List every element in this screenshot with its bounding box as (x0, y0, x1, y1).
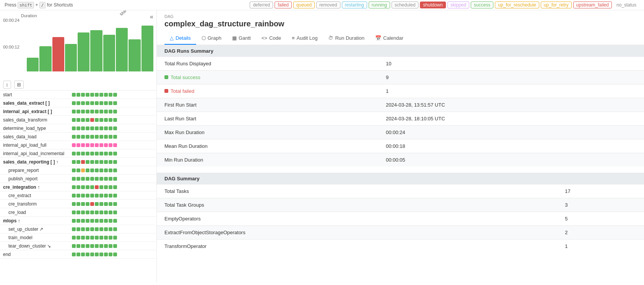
tab-details[interactable]: △Details (164, 32, 196, 45)
task-row[interactable]: cre_load (0, 208, 156, 217)
task-row[interactable]: cre_integration ↑ (0, 183, 156, 191)
task-name: sales_data_extract [ ] (3, 100, 72, 106)
task-dot (76, 185, 80, 189)
row-label: Min Run Duration (157, 153, 378, 167)
task-dot (90, 118, 94, 122)
task-dot (81, 177, 85, 181)
task-row[interactable]: sales_data_load (0, 133, 156, 141)
task-dot (76, 211, 80, 214)
bar-8 (128, 39, 140, 71)
badge-no_status[interactable]: no_status (613, 2, 639, 8)
task-name: cre_integration ↑ (3, 185, 72, 190)
task-dot (109, 101, 112, 105)
task-dot (99, 211, 103, 214)
badge-skipped[interactable]: skipped (447, 2, 469, 8)
task-dot (113, 236, 117, 240)
task-row[interactable]: train_model (0, 233, 156, 242)
tab-gantt[interactable]: ▦Gantt (227, 32, 256, 45)
task-dot (76, 168, 80, 172)
code-icon: <> (262, 35, 267, 41)
badge-removed[interactable]: removed (316, 2, 340, 8)
task-dot (76, 101, 80, 105)
task-dot (104, 236, 108, 240)
table-row: Total Runs Displayed10 (157, 57, 644, 71)
task-row[interactable]: internal_api_load_full (0, 141, 156, 149)
expand-button[interactable]: ↕ (3, 81, 11, 89)
task-row[interactable]: internal_api_load_incremental (0, 149, 156, 158)
task-row[interactable]: end (0, 250, 156, 259)
row-label: Total Task Groups (157, 198, 557, 212)
row-label: Last Run Start (157, 112, 378, 126)
table-row: TransformOperator1 (157, 240, 644, 253)
task-row[interactable]: sales_data_extract [ ] (0, 99, 156, 107)
row-label: Total Runs Displayed (157, 57, 378, 71)
task-dot (95, 101, 99, 105)
tab-label: Audit Log (297, 35, 318, 41)
badge-failed[interactable]: failed (275, 2, 292, 8)
task-dot (99, 177, 103, 181)
task-dot (104, 244, 108, 248)
task-dot (104, 202, 108, 206)
badge-queued[interactable]: queued (293, 2, 315, 8)
task-row[interactable]: tear_down_cluster ↘ (0, 242, 156, 250)
badge-shutdown[interactable]: shutdown (420, 2, 446, 8)
task-dot (86, 152, 89, 155)
task-dot (86, 244, 89, 248)
failed-dot (164, 89, 168, 93)
task-row[interactable]: sales_data_transform (0, 116, 156, 124)
task-dot (99, 126, 103, 130)
task-dot (76, 219, 80, 223)
task-dot (90, 143, 94, 147)
task-row[interactable]: cre_extract (0, 191, 156, 200)
task-dots (72, 253, 117, 256)
task-dot (95, 118, 99, 122)
task-dot (99, 93, 103, 97)
badge-scheduled[interactable]: scheduled (392, 2, 419, 8)
badge-running[interactable]: running (369, 2, 390, 8)
task-row[interactable]: mlops ↑ (0, 217, 156, 225)
task-name: sales_data_load (3, 134, 72, 139)
badge-upstream_failed[interactable]: upstream_failed (573, 2, 612, 8)
table-row: Last Run Start2024-03-28, 18:10:05 UTC (157, 112, 644, 126)
calendar-icon: 📅 (375, 35, 381, 41)
task-row[interactable]: set_up_cluster ↗ (0, 225, 156, 233)
tab-run_duration[interactable]: ⏱Run Duration (323, 32, 370, 45)
task-dot (99, 244, 103, 248)
task-dot (95, 135, 99, 139)
task-row[interactable]: start (0, 91, 156, 99)
badge-success[interactable]: success (471, 2, 493, 8)
task-row[interactable]: internal_api_extract [ ] (0, 107, 156, 116)
task-row[interactable]: determine_load_type (0, 124, 156, 133)
task-dot (72, 101, 76, 105)
task-dot (76, 177, 80, 181)
task-name: end (3, 252, 72, 257)
tab-graph[interactable]: ⬡Graph (196, 32, 227, 45)
tab-code[interactable]: <>Code (256, 32, 286, 45)
badge-deferred[interactable]: deferred (250, 2, 273, 8)
tab-label: Graph (208, 35, 221, 41)
task-dot (109, 168, 112, 172)
badge-up_for_retry[interactable]: up_for_retry (541, 2, 572, 8)
task-row[interactable]: publish_report (0, 175, 156, 183)
task-dot (90, 177, 94, 181)
task-row[interactable]: prepare_report (0, 166, 156, 175)
task-dot (99, 202, 103, 206)
bar-4 (78, 32, 89, 71)
tab-calendar[interactable]: 📅Calendar (370, 32, 409, 45)
badge-up_for_reschedule[interactable]: up_for_reschedule (495, 2, 539, 8)
table-row: Mean Run Duration00:00:18 (157, 139, 644, 153)
task-row[interactable]: sales_data_reporting [ ] ↑ (0, 158, 156, 166)
filter-button[interactable]: ⊞ (14, 81, 24, 89)
task-dot (90, 126, 94, 130)
table-row: Total success9 (157, 71, 644, 84)
task-dots (72, 135, 117, 139)
task-dot (109, 219, 112, 223)
badge-restarting[interactable]: restarting (342, 2, 367, 8)
tab-audit_log[interactable]: ≡Audit Log (286, 32, 323, 45)
task-dot (86, 110, 89, 113)
task-row[interactable]: cre_transform (0, 200, 156, 208)
task-name: set_up_cluster ↗ (3, 227, 72, 232)
row-value: 1 (378, 84, 644, 98)
task-dot (86, 101, 89, 105)
task-dot (113, 244, 117, 248)
